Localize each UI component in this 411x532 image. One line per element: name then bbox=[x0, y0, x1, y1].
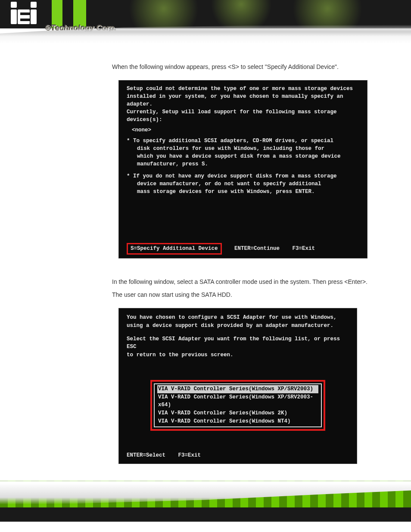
s1-footer-s: S=Specify Additional Device bbox=[128, 244, 221, 253]
s1-b1l4: manufacturer, press S. bbox=[127, 160, 359, 168]
s2-footer-enter: ENTER=Select bbox=[127, 452, 165, 458]
step-7-text-a: When the following window appears, press… bbox=[112, 60, 231, 74]
s1-line1: Setup could not determine the type of on… bbox=[127, 85, 359, 93]
list-item[interactable]: VIA V-RAID Controller Series(Windows XP/… bbox=[157, 393, 318, 410]
step-7-text-b: > to select "Specify Additional Device". bbox=[236, 63, 339, 70]
s1-b1l3: which you have a device support disk fro… bbox=[127, 152, 359, 160]
step-8-key: Enter bbox=[348, 278, 362, 285]
s2-footer-f3: F3=Exit bbox=[178, 452, 201, 458]
s1-none: <none> bbox=[127, 124, 359, 137]
setup-screenshot-2: You have chosen to configure a SCSI Adap… bbox=[119, 308, 357, 464]
scsi-adapter-listbox-highlight: VIA V-RAID Controller Series(Windows XP/… bbox=[150, 380, 325, 431]
s1-footer-f3: F3=Exit bbox=[293, 246, 315, 252]
s2-line2: using a device support disk provided by … bbox=[127, 322, 349, 330]
list-item[interactable]: VIA V-RAID Controller Series(Windows NT4… bbox=[157, 417, 318, 426]
s1-b2l2: device manufacturer, or do not want to s… bbox=[127, 180, 359, 188]
setup-screenshot-1: Setup could not determine the type of on… bbox=[119, 81, 367, 258]
step-7-key: S bbox=[231, 63, 235, 70]
page-header-banner: ®Technology Corp. bbox=[0, 0, 411, 47]
s1-footer: S=Specify Additional Device ENTER=Contin… bbox=[127, 243, 359, 254]
page-footer-banner bbox=[0, 481, 411, 522]
list-item[interactable]: VIA V-RAID Controller Series(Windows XP/… bbox=[157, 385, 318, 393]
s2-line4: to return to the previous screen. bbox=[127, 351, 349, 359]
s2-line3: Select the SCSI Adapter you want from th… bbox=[127, 335, 349, 352]
s1-footer-s-highlight: S=Specify Additional Device bbox=[127, 243, 222, 254]
s1-b2l3: mass storage devices for use with Window… bbox=[127, 188, 359, 196]
step-7-instruction: When the following window appears, press… bbox=[112, 60, 377, 74]
step-8-instruction: In the following window, select a SATA c… bbox=[112, 275, 377, 302]
s2-footer: ENTER=Select F3=Exit bbox=[127, 451, 349, 460]
page-content: When the following window appears, press… bbox=[112, 60, 377, 464]
s1-line2: installed in your system, or you have ch… bbox=[127, 93, 359, 108]
s1-footer-enter: ENTER=Continue bbox=[234, 246, 280, 252]
s1-b2l1: If you do not have any device support di… bbox=[127, 172, 359, 180]
s1-line3: Currently, Setup will load support for t… bbox=[127, 108, 359, 124]
brand-logo bbox=[11, 9, 37, 24]
step-8-text-a: In the following window, select a SATA c… bbox=[112, 278, 348, 285]
s2-line1: You have chosen to configure a SCSI Adap… bbox=[127, 314, 349, 322]
s1-b1l2: disk controllers for use with Windows, i… bbox=[127, 145, 359, 152]
list-item[interactable]: VIA V-RAID Controller Series(Windows 2K) bbox=[157, 409, 318, 417]
iei-logo-icon bbox=[11, 9, 37, 24]
scsi-adapter-listbox[interactable]: VIA V-RAID Controller Series(Windows XP/… bbox=[154, 383, 322, 427]
s1-b1l1: To specify additional SCSI adapters, CD-… bbox=[127, 137, 359, 145]
